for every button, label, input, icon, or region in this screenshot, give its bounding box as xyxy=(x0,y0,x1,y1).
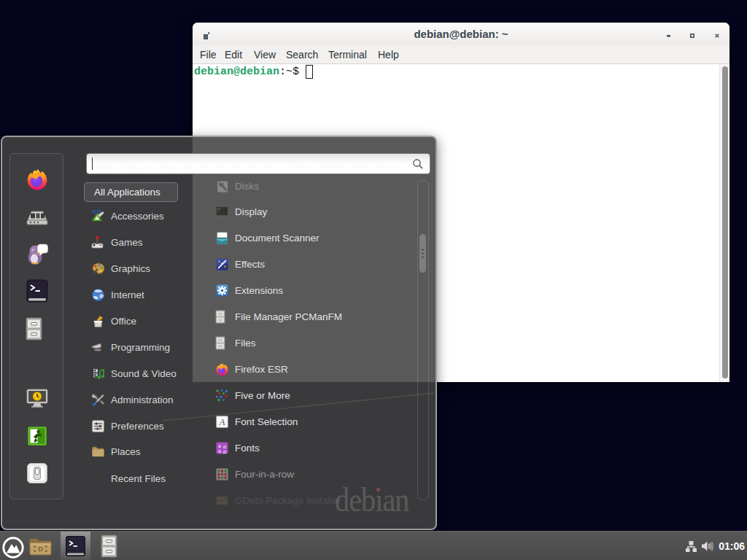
svg-text:D: D xyxy=(38,545,43,553)
